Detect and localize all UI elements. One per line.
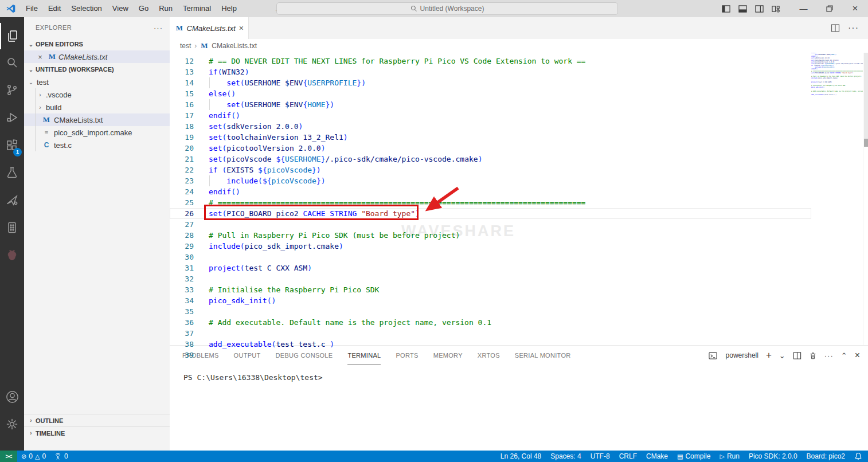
status-pico-sdk-2-0-0[interactable]: Pico SDK: 2.0.0 [744,451,802,462]
activitybar-pico-project[interactable] [0,187,24,213]
code-line-15[interactable]: 15else() [170,88,811,99]
cmake-file-icon: M [47,52,57,61]
status-compile[interactable]: ▤Compile [672,451,715,462]
remote-indicator[interactable]: >< [0,451,17,462]
code-line-32[interactable]: 32 [170,273,811,284]
menu-file[interactable]: File [21,2,43,15]
menu-terminal[interactable]: Terminal [178,2,216,15]
open-editor-item[interactable]: × M CMakeLists.txt [24,50,170,63]
warnings-count: 0 [42,452,46,460]
tree-item-pico-sdk-import-cmake[interactable]: ≡pico_sdk_import.cmake [24,126,170,139]
code-line-35[interactable]: 35 [170,306,811,317]
code-line-29[interactable]: 29include(pico_sdk_import.cmake) [170,241,811,252]
notifications-bell[interactable] [850,451,868,462]
breadcrumb-folder[interactable]: test [180,42,191,50]
code-line-14[interactable]: 14 set(USERHOME $ENV{USERPROFILE}) [170,77,811,88]
close-window-button[interactable]: × [842,0,868,17]
chevron-right-icon: › [26,417,36,424]
open-editors-section[interactable]: ⌄ OPEN EDITORS [24,38,170,50]
activitybar-explorer[interactable] [0,23,24,49]
activitybar-accounts[interactable] [0,383,24,410]
tree-item--vscode[interactable]: ›.vscode [24,88,170,101]
editor-more-actions-icon[interactable]: ··· [848,23,859,33]
code-line-21[interactable]: 21set(picoVscode ${USERHOME}/.pico-sdk/c… [170,154,811,165]
activitybar-pico-board[interactable] [0,214,24,241]
code-line-34[interactable]: 34pico_sdk_init() [170,295,811,306]
problems-status[interactable]: ⊘ 0 △ 0 [17,451,50,462]
activitybar-extensions[interactable]: 1 [0,132,24,158]
menu-go[interactable]: Go [134,2,154,15]
status-spaces-4[interactable]: Spaces: 4 [546,451,585,462]
menu-selection[interactable]: Selection [66,2,107,15]
code-line-18[interactable]: 18set(sdkVersion 2.0.0) [170,121,811,132]
code-line-33[interactable]: 33# Initialise the Raspberry Pi Pico SDK [170,284,811,295]
tab-cmakelists[interactable]: M CMakeLists.txt × [170,17,249,39]
status-cmake[interactable]: CMake [642,451,672,462]
code-line-23[interactable]: 23 include(${picoVscode}) [170,175,811,186]
tab-close-icon[interactable]: × [239,24,244,33]
code-line-17[interactable]: 17endif() [170,110,811,121]
chevron-down-icon: ⌄ [26,66,36,73]
activitybar-search[interactable] [0,50,24,76]
tree-item-test[interactable]: ⌄test [24,76,170,88]
code-line-28[interactable]: 28# Pull in Raspberry Pi Pico SDK (must … [170,230,811,241]
breadcrumb-file[interactable]: CMakeLists.txt [212,42,257,50]
code-line-22[interactable]: 22if (EXISTS ${picoVscode}) [170,165,811,175]
activitybar-run-debug[interactable] [0,104,24,131]
code-line-12[interactable]: 12# == DO NEVER EDIT THE NEXT LINES for … [170,56,811,66]
scrollbar-thumb[interactable] [864,45,868,141]
code-line-13[interactable]: 13if(WIN32) [170,66,811,77]
minimize-button[interactable]: — [791,0,816,17]
activitybar-testing[interactable] [0,159,24,186]
status-utf-8[interactable]: UTF-8 [586,451,615,462]
status-crlf[interactable]: CRLF [615,451,642,462]
code-line-30[interactable]: 30 [170,252,811,263]
line-number: 12 [170,56,194,66]
timeline-section[interactable]: › TIMELINE [24,427,170,439]
code-line-20[interactable]: 20set(picotoolVersion 2.0.0) [170,143,811,154]
line-number: 37 [170,328,194,339]
code-line-37[interactable]: 37 [170,328,811,339]
workspace-section[interactable]: ⌄ UNTITLED (WORKSPACE) [24,63,170,76]
workspace-search-label: Untitled (Workspace) [420,5,484,13]
outline-section[interactable]: › OUTLINE [24,414,170,426]
tree-item-test-c[interactable]: Ctest.c [24,139,170,151]
split-editor-icon[interactable] [831,24,840,33]
c-file-icon: C [41,141,52,149]
menu-view[interactable]: View [107,2,134,15]
status-ln-26-col-48[interactable]: Ln 26, Col 48 [496,451,546,462]
code-line-24[interactable]: 24endif() [170,186,811,197]
activitybar-source-control[interactable] [0,77,24,103]
restore-button[interactable] [816,0,842,17]
activitybar-settings[interactable] [0,411,24,437]
indent-guide [209,77,210,88]
customize-layout-icon[interactable] [772,5,780,13]
code-editor[interactable]: 1112# == DO NEVER EDIT THE NEXT LINES fo… [170,45,811,451]
code-line-38[interactable]: 38add_executable(test test.c ) [170,339,811,350]
code-line-39[interactable]: 39 [170,350,811,361]
code-line-27[interactable]: 27 [170,219,811,230]
status-bar: >< ⊘ 0 △ 0 0 Ln 26, Col 48Spaces: 4UTF-8… [0,451,868,462]
menu-edit[interactable]: Edit [43,2,66,15]
line-number: 34 [170,295,194,306]
remote-icon: >< [6,453,12,460]
code-line-19[interactable]: 19set(toolchainVersion 13_2_Rel1) [170,132,811,143]
ports-status[interactable]: 0 [50,451,72,462]
menu-run[interactable]: Run [154,2,178,15]
toggle-secondary-sidebar-icon[interactable] [755,5,764,13]
toggle-sidebar-icon[interactable] [722,5,730,13]
command-center-search[interactable]: Untitled (Workspace) [276,2,618,15]
tree-item-build[interactable]: ›build [24,101,170,113]
tree-item-cmakelists-txt[interactable]: MCMakeLists.txt [24,113,170,126]
status-board-pico2[interactable]: Board: pico2 [802,451,850,462]
explorer-more-actions[interactable]: ··· [154,24,163,32]
activitybar-raspberry-pi[interactable] [0,242,24,268]
toggle-panel-icon[interactable] [738,5,747,13]
status-run[interactable]: ▷Run [715,451,744,462]
code-line-31[interactable]: 31project(test C CXX ASM) [170,263,811,273]
menu-help[interactable]: Help [216,2,242,15]
minimap[interactable]: # == DO NEVER EDIT THE NEXT LINES for Ra… [811,45,863,366]
code-line-36[interactable]: 36# Add executable. Default name is the … [170,317,811,328]
close-editor-icon[interactable]: × [36,53,45,61]
code-line-16[interactable]: 16 set(USERHOME $ENV{HOME}) [170,99,811,110]
